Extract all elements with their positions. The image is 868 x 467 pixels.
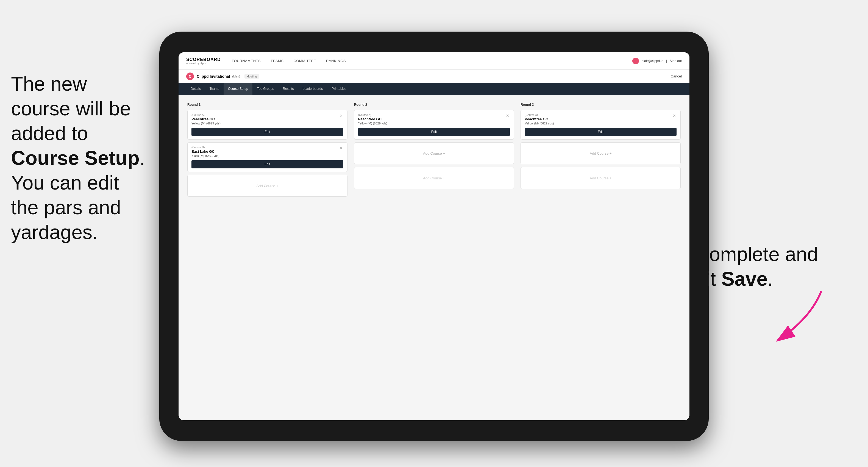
top-navigation: SCOREBOARD Powered by clippd TOURNAMENTS… [179, 52, 689, 70]
round2-add-course-label: Add Course + [423, 151, 445, 155]
hosting-badge: Hosting [245, 74, 259, 79]
right-annotation: Complete and hit Save. [695, 242, 827, 291]
tournament-name: Clippd Invitational [197, 74, 230, 79]
main-content: Round 1 ✕ (Course A) Peachtree GC Yellow… [179, 95, 689, 420]
round2-course-a-edit-button[interactable]: Edit [358, 128, 510, 136]
round1-course-a-detail: Yellow (M) (6629 yds) [191, 122, 343, 125]
tab-course-setup[interactable]: Course Setup [224, 83, 252, 95]
round-2-title: Round 2 [354, 103, 514, 106]
tab-results[interactable]: Results [278, 83, 298, 95]
tab-printables[interactable]: Printables [328, 83, 351, 95]
round3-add-course-label: Add Course + [590, 151, 612, 155]
logo-main-text: SCOREBOARD [186, 57, 221, 62]
round1-add-course-label: Add Course + [256, 184, 278, 188]
round2-course-a-label: (Course A) [358, 114, 510, 117]
tablet-device: SCOREBOARD Powered by clippd TOURNAMENTS… [159, 32, 709, 441]
round2-course-a-icon[interactable]: ✕ [505, 113, 510, 118]
scoreboard-logo: SCOREBOARD Powered by clippd [186, 57, 221, 65]
round2-add-course-disabled: Add Course + [354, 167, 514, 189]
round3-course-a-edit-button[interactable]: Edit [525, 128, 677, 136]
round3-add-course-disabled: Add Course + [521, 167, 681, 189]
round-2-column: Round 2 ✕ (Course A) Peachtree GC Yellow… [354, 103, 514, 199]
tablet-screen: SCOREBOARD Powered by clippd TOURNAMENTS… [179, 52, 689, 420]
main-nav: TOURNAMENTS TEAMS COMMITTEE RANKINGS [232, 59, 632, 63]
nav-committee[interactable]: COMMITTEE [293, 59, 316, 63]
nav-tournaments[interactable]: TOURNAMENTS [232, 59, 261, 63]
round3-course-a-detail: Yellow (M) (6629 yds) [525, 122, 677, 125]
round1-course-b-edit-button[interactable]: Edit [191, 160, 343, 168]
top-nav-right: blair@clippd.io | Sign out [632, 58, 682, 64]
nav-rankings[interactable]: RANKINGS [326, 59, 346, 63]
round1-course-b-detail: Black (M) (6891 yds) [191, 154, 343, 157]
round2-course-a-name: Peachtree GC [358, 117, 510, 121]
round1-course-a-label: (Course A) [191, 114, 343, 117]
round3-course-a-icon[interactable]: ✕ [672, 113, 677, 118]
tab-leaderboards[interactable]: Leaderboards [298, 83, 327, 95]
round-1-column: Round 1 ✕ (Course A) Peachtree GC Yellow… [187, 103, 347, 199]
user-email: blair@clippd.io [642, 59, 663, 63]
round1-add-course-button[interactable]: Add Course + [187, 175, 347, 197]
round3-add-course-button[interactable]: Add Course + [521, 142, 681, 164]
round3-course-a-card: ✕ (Course A) Peachtree GC Yellow (M) (66… [521, 110, 681, 139]
round1-course-a-icon[interactable]: ✕ [338, 113, 344, 118]
round-3-title: Round 3 [521, 103, 681, 106]
tournament-logo: C [186, 72, 194, 80]
round1-course-b-card: ✕ (Course B) East Lake GC Black (M) (689… [187, 142, 347, 172]
round-1-title: Round 1 [187, 103, 347, 106]
sub-tabs: Details Teams Course Setup Tee Groups Re… [179, 83, 689, 95]
sign-out-link[interactable]: Sign out [670, 59, 682, 63]
round2-add-course-button[interactable]: Add Course + [354, 142, 514, 164]
nav-separator: | [666, 59, 667, 63]
round3-add-course-disabled-label: Add Course + [590, 176, 612, 180]
tournament-bar: C Clippd Invitational (Men) Hosting Canc… [179, 70, 689, 83]
round-3-column: Round 3 ✕ (Course A) Peachtree GC Yellow… [521, 103, 681, 199]
left-annotation: The new course will be added to Course S… [11, 71, 170, 245]
round1-course-a-card: ✕ (Course A) Peachtree GC Yellow (M) (66… [187, 110, 347, 139]
tab-teams[interactable]: Teams [205, 83, 224, 95]
tournament-gender: (Men) [232, 75, 240, 78]
round1-course-b-label: (Course B) [191, 146, 343, 149]
tab-tee-groups[interactable]: Tee Groups [252, 83, 278, 95]
cancel-button[interactable]: Cancel [671, 74, 682, 78]
nav-teams[interactable]: TEAMS [271, 59, 283, 63]
round2-add-course-disabled-label: Add Course + [423, 176, 445, 180]
round3-course-a-label: (Course A) [525, 114, 677, 117]
user-avatar [632, 58, 639, 64]
tab-details[interactable]: Details [186, 83, 205, 95]
rounds-grid: Round 1 ✕ (Course A) Peachtree GC Yellow… [187, 103, 681, 199]
round2-course-a-card: ✕ (Course A) Peachtree GC Yellow (M) (66… [354, 110, 514, 139]
logo-sub-text: Powered by clippd [186, 62, 221, 65]
round1-course-a-name: Peachtree GC [191, 117, 343, 121]
round1-course-b-name: East Lake GC [191, 150, 343, 154]
round1-course-b-icon[interactable]: ✕ [338, 145, 344, 151]
right-arrow-indicator [755, 286, 832, 352]
round3-course-a-name: Peachtree GC [525, 117, 677, 121]
round1-course-a-edit-button[interactable]: Edit [191, 128, 343, 136]
round2-course-a-detail: Yellow (M) (6629 yds) [358, 122, 510, 125]
